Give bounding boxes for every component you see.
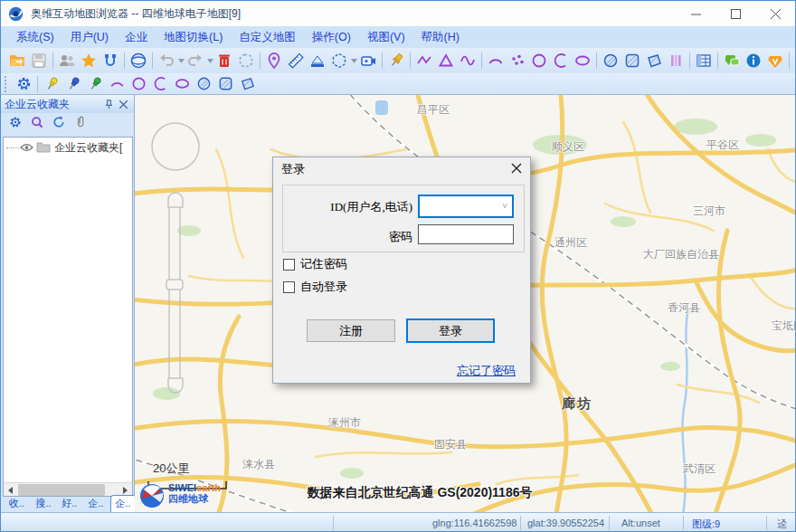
map-place-label: 涞水县	[242, 457, 275, 472]
info-icon[interactable]	[743, 50, 764, 71]
filled-rect-icon[interactable]	[621, 50, 643, 71]
polyline-icon[interactable]	[413, 50, 435, 71]
table-icon[interactable]	[693, 50, 715, 71]
refresh-icon[interactable]	[52, 115, 66, 133]
minimize-button[interactable]	[676, 1, 715, 26]
sidebar-toolbar	[1, 113, 134, 135]
tab-favorites[interactable]: 收..	[5, 496, 29, 512]
route-icon[interactable]	[100, 50, 121, 71]
app-window: 奥维互动地图浏览器 -- 四维地球电子地图[9] 系统(S) 用户(U) 企业 …	[0, 0, 796, 532]
ruler-icon[interactable]	[285, 50, 307, 71]
remember-password-checkbox[interactable]	[283, 259, 295, 271]
filled-circle-icon[interactable]	[600, 50, 621, 71]
globe-3d-icon[interactable]	[128, 50, 149, 71]
vip-icon[interactable]	[764, 50, 786, 71]
tab-enterprise-cloud[interactable]: 企..	[110, 495, 137, 512]
menu-enterprise[interactable]: 企业	[117, 27, 156, 48]
maximize-button[interactable]	[715, 1, 755, 26]
ellipse-icon[interactable]	[572, 50, 593, 71]
status-glat: glat:39.90552254	[527, 518, 604, 528]
attachment-icon[interactable]	[73, 115, 88, 133]
auto-login-checkbox[interactable]	[283, 281, 295, 293]
menu-operation[interactable]: 操作(O)	[304, 27, 359, 48]
scrollbar-thumb[interactable]	[18, 484, 105, 496]
sidebar-tab-bar: 收.. 搜.. 好.. 企.. 企..	[1, 497, 134, 512]
favorites-star-icon[interactable]	[78, 50, 100, 71]
menu-help[interactable]: 帮助(H)	[413, 27, 468, 48]
filled-rect-icon[interactable]	[214, 73, 236, 95]
camera-icon[interactable]	[357, 50, 379, 71]
undo-dropdown-icon[interactable]	[177, 51, 185, 71]
polygon-measure-icon[interactable]	[328, 50, 350, 71]
menu-system[interactable]: 系统(S)	[8, 27, 62, 48]
search-icon[interactable]	[792, 50, 795, 71]
location-pin-icon[interactable]	[263, 50, 285, 71]
scroll-left-icon[interactable]	[4, 483, 17, 497]
toolbar-drag-handle[interactable]	[5, 76, 11, 92]
tab-enterprise[interactable]: 企..	[83, 496, 108, 512]
chevron-down-icon[interactable]: ˅	[502, 201, 507, 211]
menu-map-switch[interactable]: 地图切换(L)	[156, 27, 231, 48]
map-place-label: 宝坻区	[772, 318, 796, 334]
pin-green-icon[interactable]	[84, 73, 106, 95]
redo-dropdown-icon[interactable]	[206, 51, 213, 71]
gear-icon[interactable]	[13, 73, 34, 95]
close-button[interactable]	[755, 1, 795, 26]
close-panel-icon[interactable]	[116, 97, 130, 111]
tab-friends[interactable]: 好..	[57, 496, 81, 512]
remember-password-label: 记住密码	[300, 256, 347, 272]
visibility-eye-icon[interactable]	[20, 140, 33, 157]
tree-item-label: 企业云收藏夹[	[54, 140, 122, 156]
pin-panel-icon[interactable]	[101, 97, 116, 111]
open-folder-icon[interactable]	[6, 50, 28, 71]
open-arc-icon[interactable]	[550, 50, 572, 71]
redo-icon[interactable]	[185, 50, 206, 71]
search-icon[interactable]	[30, 115, 44, 133]
pin-yellow-icon[interactable]	[41, 73, 62, 95]
title-bar[interactable]: 奥维互动地图浏览器 -- 四维地球电子地图[9]	[1, 1, 795, 26]
save-icon[interactable]	[28, 50, 50, 71]
filled-circle-icon[interactable]	[193, 73, 214, 95]
circle-icon[interactable]	[128, 73, 149, 95]
map-place-label: 廊坊	[562, 395, 592, 413]
tree-item-root[interactable]: 企业云收藏夹[	[4, 139, 132, 157]
login-button[interactable]: 登录	[406, 318, 495, 343]
ellipse-icon[interactable]	[171, 73, 193, 95]
scatter-points-icon[interactable]	[507, 50, 528, 71]
map-place-label: 顺义区	[552, 139, 584, 155]
chat-icon[interactable]	[721, 50, 743, 71]
menu-view[interactable]: 视图(V)	[359, 27, 413, 48]
horizontal-scrollbar[interactable]	[4, 482, 132, 496]
menu-user[interactable]: 用户(U)	[62, 27, 117, 48]
undo-icon[interactable]	[156, 50, 177, 71]
polygon-dropdown-icon[interactable]	[350, 51, 357, 71]
delete-icon[interactable]	[213, 50, 235, 71]
area-measure-icon[interactable]	[307, 50, 328, 71]
tab-search[interactable]: 搜..	[31, 496, 55, 512]
pushpin-gold-icon[interactable]	[385, 50, 407, 71]
dialog-title-bar[interactable]: 登录	[273, 157, 530, 181]
map-place-label: 香河县	[668, 300, 700, 316]
lasso-select-icon[interactable]	[235, 50, 257, 71]
arc-icon[interactable]	[106, 73, 128, 95]
map-place-label: 昌平区	[417, 102, 450, 118]
status-altitude: Alt:unset	[621, 518, 660, 528]
filled-polygon-icon[interactable]	[643, 50, 665, 71]
dialog-close-icon[interactable]	[511, 161, 522, 177]
arc-icon[interactable]	[485, 50, 507, 71]
circle-icon[interactable]	[528, 50, 550, 71]
bars-icon[interactable]	[665, 50, 687, 71]
open-arc-icon[interactable]	[149, 73, 171, 95]
filled-polygon-icon[interactable]	[236, 73, 258, 95]
forgot-password-link[interactable]: 忘记了密码	[457, 363, 516, 379]
curve-icon[interactable]	[457, 50, 479, 71]
polygon-icon[interactable]	[435, 50, 457, 71]
id-combobox[interactable]: ˅	[418, 195, 514, 218]
menu-custom-map[interactable]: 自定义地图	[231, 27, 304, 48]
password-field[interactable]	[418, 224, 514, 244]
gear-icon[interactable]	[8, 115, 23, 133]
pin-blue-icon[interactable]	[62, 73, 84, 95]
dialog-title: 登录	[281, 161, 511, 177]
users-icon[interactable]	[56, 50, 78, 71]
register-button[interactable]: 注册	[307, 319, 395, 342]
